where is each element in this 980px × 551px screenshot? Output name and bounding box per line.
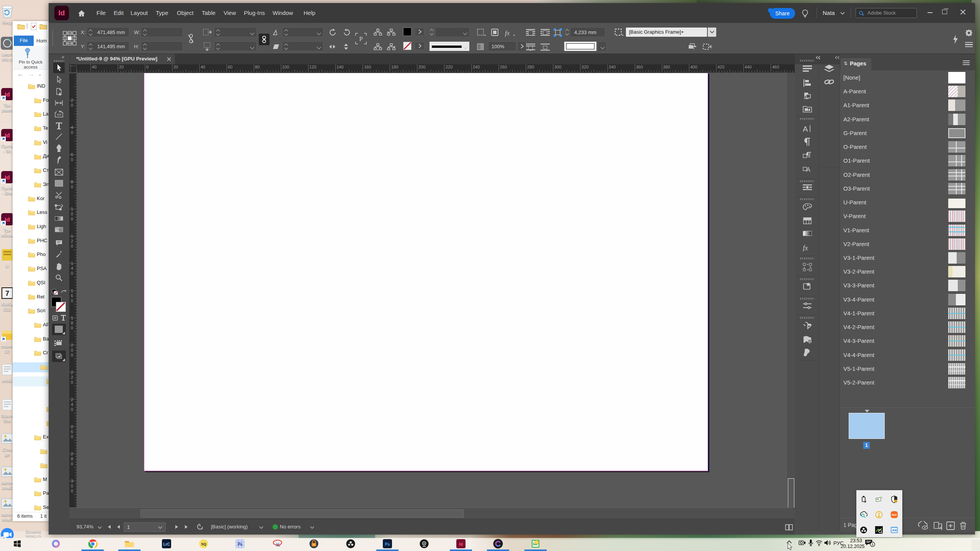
svg-text:0: 0 [71, 380, 73, 385]
svg-text:400: 400 [690, 65, 697, 69]
svg-text:0: 0 [71, 212, 73, 216]
svg-text:6: 6 [71, 429, 73, 434]
svg-text:0: 0 [71, 244, 73, 248]
svg-text:0: 0 [71, 484, 73, 488]
svg-text:0: 0 [146, 65, 149, 69]
svg-text:160: 160 [364, 65, 371, 69]
svg-text:200: 200 [418, 65, 425, 69]
svg-text:0: 0 [71, 130, 73, 135]
svg-text:LrC: LrC [163, 542, 170, 546]
svg-text:100: 100 [282, 65, 289, 69]
svg-text:440: 440 [745, 65, 751, 69]
svg-text:40: 40 [201, 65, 205, 69]
svg-text:7: 7 [5, 290, 9, 297]
svg-text:0: 0 [71, 184, 73, 189]
svg-text:P: P [359, 35, 363, 42]
svg-text:Id: Id [459, 542, 462, 546]
svg-text:220: 220 [446, 65, 452, 69]
svg-text:140: 140 [336, 65, 343, 69]
svg-text:A: A [803, 125, 808, 133]
svg-text:280: 280 [527, 65, 534, 69]
svg-text:60: 60 [228, 65, 232, 69]
svg-text:1: 1 [71, 207, 73, 211]
svg-text:3: 3 [71, 479, 73, 483]
svg-text:1: 1 [71, 234, 73, 238]
svg-text:1: 1 [71, 261, 73, 266]
svg-text:6: 6 [71, 152, 73, 157]
svg-text:2: 2 [71, 98, 73, 103]
svg-text:240: 240 [473, 65, 480, 69]
svg-text:4: 4 [71, 266, 73, 271]
svg-text:300: 300 [554, 65, 561, 69]
svg-text:fx: fx [505, 29, 510, 37]
svg-text:20: 20 [119, 65, 124, 69]
svg-text:1: 1 [71, 316, 73, 320]
svg-text:2: 2 [71, 370, 73, 375]
svg-text:8: 8 [71, 179, 73, 184]
svg-text:0: 0 [71, 217, 73, 221]
svg-text:0: 0 [71, 157, 73, 162]
svg-text:2: 2 [71, 424, 73, 429]
svg-text:4: 4 [71, 125, 73, 130]
svg-text:180: 180 [391, 65, 398, 69]
svg-text:2: 2 [71, 397, 73, 402]
svg-text:0: 0 [71, 326, 73, 330]
svg-text:!: ! [895, 500, 896, 503]
svg-text:2: 2 [71, 239, 73, 243]
svg-text:460: 460 [772, 65, 779, 69]
svg-text:360: 360 [636, 65, 643, 69]
svg-text:40: 40 [92, 65, 96, 69]
svg-text:5: 5 [872, 543, 874, 546]
svg-text:0: 0 [71, 434, 73, 439]
svg-text:1: 1 [71, 289, 73, 293]
svg-text:2: 2 [71, 452, 73, 456]
svg-text:V: V [313, 543, 315, 546]
svg-text:0: 0 [71, 407, 73, 412]
svg-text:260: 260 [500, 65, 507, 69]
svg-text:A: A [806, 166, 810, 173]
svg-text:380: 380 [663, 65, 670, 69]
svg-text:0: 0 [71, 353, 73, 357]
svg-text:340: 340 [609, 65, 616, 69]
svg-text:DeX: DeX [892, 514, 897, 516]
svg-text:120: 120 [309, 65, 316, 69]
svg-text:SQ: SQ [201, 542, 206, 546]
svg-text:4: 4 [71, 402, 73, 407]
svg-text:0: 0 [71, 348, 73, 352]
svg-text:8: 8 [71, 321, 73, 325]
svg-text:6: 6 [71, 293, 73, 298]
svg-text:2: 2 [71, 343, 73, 347]
svg-text:0: 0 [71, 271, 73, 276]
svg-text:2: 2 [71, 375, 73, 380]
svg-text:Ps: Ps [385, 542, 390, 546]
svg-text:320: 320 [581, 65, 588, 69]
svg-text:8: 8 [71, 456, 73, 461]
svg-text:420: 420 [717, 65, 724, 69]
svg-text:0: 0 [71, 489, 73, 493]
svg-text:fx: fx [803, 244, 808, 251]
svg-text:0: 0 [71, 298, 73, 303]
svg-text:Ps: Ps [238, 542, 243, 546]
svg-text:80: 80 [255, 65, 260, 69]
svg-text:0: 0 [71, 103, 73, 108]
svg-text:20: 20 [173, 65, 178, 69]
svg-text:0: 0 [71, 461, 73, 466]
